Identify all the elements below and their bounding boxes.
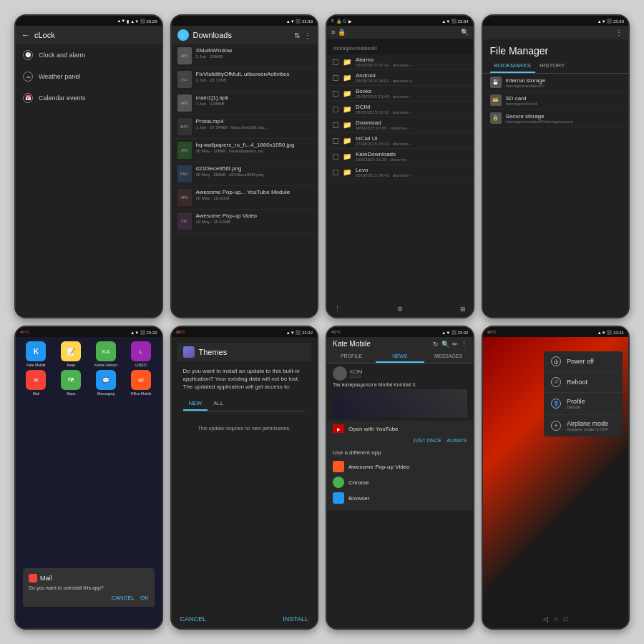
settings-icon[interactable]: ⚙ [397,306,403,313]
app-item-0[interactable]: K Kate Mobile [20,341,52,367]
perms-text: This update requires no new permissions. [183,426,306,431]
topbar-kate: Kate Mobile ↻ 🔍 ✏ ⋮ [327,337,473,351]
file-icon-1: FILE [177,71,192,88]
more-icon-fm[interactable]: ⋮ [615,29,623,36]
always-btn[interactable]: ALWAYS [447,438,467,443]
folder-item-6[interactable]: 📁 KateDownloads 1/06/2015 15:30 · drwxrw… [327,149,473,165]
cancel-button[interactable]: CANCEL [111,595,134,601]
screen-filebrowser: ≡ 🔒 🔍 /storage/emulated/0 📁 Alarms 25/05… [327,26,473,317]
download-item-4[interactable]: JPG hq-wallpapers_ru_fi...4_1680x1050.jp… [172,139,318,162]
bookmark-1[interactable]: 💳 SD card /storage/sdcard1 [483,92,629,109]
app-item-7[interactable]: W Office Mobile [125,370,157,396]
folder-item-5[interactable]: 📁 InCall UI 27/08/2015 19:33 · drwxrwx-- [327,133,473,149]
feed-image [333,389,467,418]
download-item-1[interactable]: FILE FixVisibilityOfMult..ullscreenActiv… [172,68,318,92]
bookmark-0[interactable]: 💾 Internal storage /storage/emulated/0 [483,74,629,92]
menu-icon[interactable]: ≡ [331,29,335,36]
folder-item-0[interactable]: 📁 Alarms 25/05/2015 07:42 · drwxrwx-- [327,54,473,70]
app-label-4: Mail [33,391,39,396]
edit-icon[interactable]: ✏ [452,341,458,348]
checkbox-6[interactable] [333,154,338,160]
bottom-nav-back[interactable]: ◁ [543,615,548,623]
more-icon[interactable]: ⋮ [461,341,467,348]
download-item-6[interactable]: APK Awesome Pop-up... YouTube Module 20 … [172,186,318,210]
tab-bookmarks[interactable]: BOOKMARKS [490,59,536,73]
download-item-0[interactable]: APK XMultiWindow 2 Jun · 156KB [172,44,318,68]
download-item-2[interactable]: APK main1[1].apk 1 Jun · 3.65MB [172,92,318,115]
chooser-name-2: Browser [348,495,369,502]
airplane-item[interactable]: ✈ Airplane mode Airplane mode is OFF [544,415,623,436]
topbar-icons: ⇅ ⋮ [294,31,311,39]
back-icon[interactable]: ← [21,30,30,40]
download-item-5[interactable]: PNG d21f3ece956f.png 30 May · 283kB · d2… [172,162,318,186]
chooser-item-0[interactable]: Awesome Pop-up Video [333,459,467,474]
tab-history[interactable]: HISTORY [535,59,569,73]
calendar-item[interactable]: 📅 Calendar events [16,87,162,109]
app-label-2: Kernel Advisor [94,363,117,367]
folder-item-7[interactable]: 📁 Levo 25/08/2015 09:42 · drwxrwx-- [327,165,473,180]
search-icon[interactable]: 🔍 [441,341,449,348]
search-icon[interactable]: 🔍 [461,29,469,36]
ok-button[interactable]: OK [140,595,149,601]
power-off-item[interactable]: ⏻ Power off [544,351,623,372]
bottom-nav-home[interactable]: ○ [554,615,557,623]
power-menu: ⏻ Power off ↺ Reboot 👤 Profile Default [544,351,623,436]
app-label-1: Keep [67,363,75,367]
folder-item-4[interactable]: 📁 Download 4/06/2015 17:00 · drwxrwx-- [327,117,473,133]
uninstall-dialog: Mail Do you want to uninstall this app? … [23,568,155,607]
lock-icon[interactable]: 🔒 [338,29,346,36]
clock-alarm-item[interactable]: 🕐 Clock and alarm [16,44,162,66]
folder-meta-5: 27/08/2015 19:33 · drwxrwx-- [356,142,467,146]
tab-new[interactable]: NEW [183,397,208,411]
chooser-item-2[interactable]: Browser [333,490,467,506]
file-name-1: FixVisibilityOfMult..ullscreenActivities [196,71,312,78]
cancel-button[interactable]: CANCEL [180,615,207,623]
tab-all[interactable]: ALL [208,397,229,411]
status-bar-5: 40°C ▲▼ ⬛ 23:32 [16,327,162,337]
airplane-icon: ✈ [551,421,561,431]
clock-alarm-label: Clock and alarm [39,52,85,59]
checkbox-5[interactable] [333,138,338,144]
tab-profile[interactable]: PROFILE [327,351,376,363]
chooser-item-1[interactable]: Chrome [333,474,467,490]
weather-item[interactable]: ☁ Weather panel [16,66,162,87]
file-name-3: Proba.mp4 [196,118,312,125]
tab-messages[interactable]: MESSAGES [424,351,473,363]
more-icon[interactable]: ⋮ [304,31,311,39]
download-item-3[interactable]: MP4 Proba.mp4 1 Jun · 67.54MB · https://… [172,115,318,139]
app-item-5[interactable]: 🗺 Maps [55,370,87,396]
folder-item-2[interactable]: 📁 Books 25/05/2015 13:40 · drwxrwx-- [327,86,473,102]
grid-icon[interactable]: ⊞ [460,306,466,313]
app-item-3[interactable]: L LINGO [125,341,157,367]
checkbox-0[interactable] [333,59,338,65]
topbar-filemanager: ⋮ [483,26,629,39]
app-item-2[interactable]: KA Kernel Advisor [90,341,122,367]
refresh-icon[interactable]: ↻ [433,341,439,348]
checkbox-7[interactable] [333,170,338,175]
checkbox-4[interactable] [333,122,338,128]
folder-item-3[interactable]: 📁 DCIM 26/05/2015 20:12 · drwxrwx-- [327,102,473,117]
bookmark-2[interactable]: 🔒 Secure storage /storage/emulated/0/sto… [483,109,629,127]
app-item-1[interactable]: 📝 Keep [55,341,87,367]
reboot-item[interactable]: ↺ Reboot [544,372,623,393]
app-item-4[interactable]: ✉ Mail [20,370,52,396]
sort-icon[interactable]: ⇅ [294,31,300,39]
profile-item[interactable]: 👤 Profile Default [544,393,623,415]
just-once-btn[interactable]: JUST ONCE [413,438,441,443]
youtube-icon: ▶ [333,424,344,433]
status-bar-8: 39°C ▲▼ ⬛ 23:31 [483,327,629,337]
checkbox-2[interactable] [333,91,338,97]
file-meta-3: 1 Jun · 67.54MB · https://leto35f.stor..… [196,125,312,130]
tab-news[interactable]: NEWS [376,351,424,363]
checkbox-1[interactable] [333,75,338,81]
dialog-title: Mail [40,575,52,582]
install-button[interactable]: INSTALL [283,615,308,623]
app-item-6[interactable]: 💬 Messaging [90,370,122,396]
folder-meta-7: 25/08/2015 09:42 · drwxrwx-- [356,173,467,177]
feed-item: KCIM 16:19 Так возвращался в Mortal Komb… [327,364,473,421]
more-options-icon[interactable]: ⋮ [334,306,341,313]
bottom-nav-recents[interactable]: □ [564,615,567,623]
checkbox-3[interactable] [333,107,338,112]
download-item-7[interactable]: VID Awesome Pop-up Video 30 May · 35.42M… [172,210,318,233]
folder-item-1[interactable]: 📁 Android 25/05/2015 08:02 · drwxrwx-x [327,70,473,86]
